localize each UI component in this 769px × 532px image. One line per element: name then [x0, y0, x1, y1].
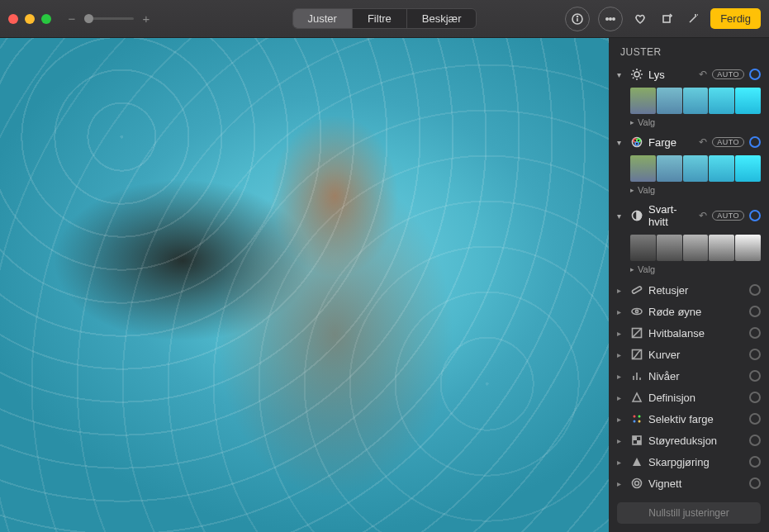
adjust-group-light: ▾ Lys ↶ AUTO ▸ Valg [609, 64, 769, 132]
bandage-icon [630, 283, 643, 297]
svg-line-16 [640, 78, 641, 78]
light-options-toggle[interactable]: ▸ Valg [617, 116, 761, 132]
tab-crop[interactable]: Beskjær [406, 9, 477, 28]
reset-adjustments-button[interactable]: Nullstill justeringer [617, 502, 761, 524]
adjust-label: Støyreduksjon [648, 435, 744, 447]
adjust-item-sharpen[interactable]: ▸ Skarpgjøring [617, 451, 761, 473]
adjust-label: Hvitbalanse [648, 327, 744, 340]
adjust-group-bw: ▾ Svart-hvitt ↶ AUTO ▸ Valg [609, 200, 769, 279]
whitebalance-icon [630, 326, 643, 340]
adjust-head-bw[interactable]: ▾ Svart-hvitt ↶ AUTO [617, 200, 761, 231]
enable-ring[interactable] [749, 349, 761, 360]
sharpen-icon [630, 455, 643, 468]
curves-icon [630, 348, 643, 361]
more-button[interactable] [598, 7, 623, 31]
enable-ring-bw[interactable] [749, 210, 761, 221]
palette-icon [630, 412, 643, 425]
svg-line-18 [640, 70, 641, 71]
svg-point-4 [610, 17, 611, 19]
chevron-down-icon: ▾ [617, 138, 625, 147]
chevron-right-icon: ▸ [630, 186, 634, 194]
svg-line-28 [633, 329, 642, 338]
zoom-out-button[interactable]: − [66, 12, 78, 26]
adjust-item-vignette[interactable]: ▸ Vignett [617, 473, 761, 494]
auto-button-light[interactable]: AUTO [712, 69, 744, 79]
undo-icon[interactable]: ↶ [699, 136, 707, 148]
heart-icon [634, 13, 646, 25]
info-button[interactable] [565, 7, 590, 31]
adjust-sidebar: JUSTER ▾ Lys ↶ AUTO ▸ Valg ▾ [609, 38, 769, 532]
chevron-right-icon: ▸ [617, 393, 625, 402]
adjust-label: Definisjon [648, 392, 744, 404]
enable-ring[interactable] [749, 284, 761, 296]
rotate-icon [661, 13, 672, 25]
undo-icon[interactable]: ↶ [699, 210, 707, 221]
adjust-label: Farge [648, 136, 694, 149]
tab-adjust[interactable]: Juster [293, 9, 352, 28]
favorite-button[interactable] [631, 10, 649, 28]
enable-ring[interactable] [749, 477, 761, 489]
auto-button-color[interactable]: AUTO [712, 137, 744, 147]
titlebar: − + Juster Filtre Beskjær Ferdig [0, 0, 769, 38]
svg-point-34 [638, 416, 641, 418]
adjust-item-noise[interactable]: ▸ Støyreduksjon [617, 430, 761, 451]
chevron-right-icon: ▸ [617, 307, 625, 316]
rotate-button[interactable] [657, 10, 676, 28]
adjust-item-definition[interactable]: ▸ Definisjon [617, 387, 761, 408]
chevron-right-icon: ▸ [617, 436, 625, 445]
bw-thumbnails[interactable] [630, 235, 761, 261]
undo-icon[interactable]: ↶ [699, 69, 707, 80]
svg-point-2 [577, 16, 578, 17]
svg-point-5 [613, 17, 615, 19]
light-thumbnails[interactable] [630, 88, 761, 114]
svg-point-33 [634, 416, 636, 418]
auto-enhance-button[interactable] [684, 10, 702, 28]
adjust-group-color: ▾ Farge ↶ AUTO ▸ Valg [609, 132, 769, 200]
adjust-label: Lys [648, 69, 694, 81]
tab-filters[interactable]: Filtre [352, 9, 406, 28]
svg-point-22 [635, 142, 638, 145]
zoom-slider[interactable] [84, 17, 134, 20]
minimize-window-button[interactable] [25, 14, 35, 24]
enable-ring[interactable] [749, 327, 761, 339]
color-options-toggle[interactable]: ▸ Valg [617, 183, 761, 200]
svg-point-26 [635, 310, 638, 312]
auto-button-bw[interactable]: AUTO [712, 211, 744, 221]
adjust-label: Skarpgjøring [648, 456, 744, 468]
adjust-item-selective-color[interactable]: ▸ Selektiv farge [617, 408, 761, 430]
svg-line-15 [633, 70, 634, 71]
svg-point-40 [633, 479, 642, 488]
adjust-item-curves[interactable]: ▸ Kurver [617, 344, 761, 365]
adjust-label: Nivåer [648, 370, 744, 382]
adjust-item-levels[interactable]: ▸ Nivåer [617, 365, 761, 387]
zoom-in-button[interactable]: + [140, 12, 152, 26]
options-label: Valg [638, 117, 655, 127]
adjust-item-retouch[interactable]: ▸ Retusjer [617, 279, 761, 301]
enable-ring[interactable] [749, 370, 761, 382]
enable-ring-light[interactable] [749, 69, 761, 80]
chevron-right-icon: ▸ [630, 265, 634, 273]
edit-mode-tabs: Juster Filtre Beskjær [292, 8, 477, 29]
done-button[interactable]: Ferdig [710, 8, 761, 29]
enable-ring[interactable] [749, 456, 761, 468]
adjust-item-redeye[interactable]: ▸ Røde øyne [617, 301, 761, 322]
enable-ring[interactable] [749, 392, 761, 403]
adjust-label: Vignett [648, 477, 744, 490]
chevron-down-icon: ▾ [617, 211, 625, 221]
adjust-head-color[interactable]: ▾ Farge ↶ AUTO [617, 132, 761, 152]
adjust-head-light[interactable]: ▾ Lys ↶ AUTO [617, 64, 761, 84]
close-window-button[interactable] [8, 14, 18, 24]
enable-ring-color[interactable] [749, 136, 761, 148]
adjust-item-whitebalance[interactable]: ▸ Hvitbalanse [617, 322, 761, 344]
enable-ring[interactable] [749, 306, 761, 317]
adjust-label: Retusjer [648, 284, 744, 297]
bw-options-toggle[interactable]: ▸ Valg [617, 263, 761, 279]
sidebar-title: JUSTER [609, 38, 769, 64]
enable-ring[interactable] [749, 413, 761, 425]
svg-point-3 [606, 17, 608, 19]
fullscreen-window-button[interactable] [41, 14, 51, 24]
enable-ring[interactable] [749, 435, 761, 446]
chevron-right-icon: ▸ [617, 350, 625, 359]
photo-canvas[interactable] [0, 38, 609, 532]
color-thumbnails[interactable] [630, 155, 761, 182]
